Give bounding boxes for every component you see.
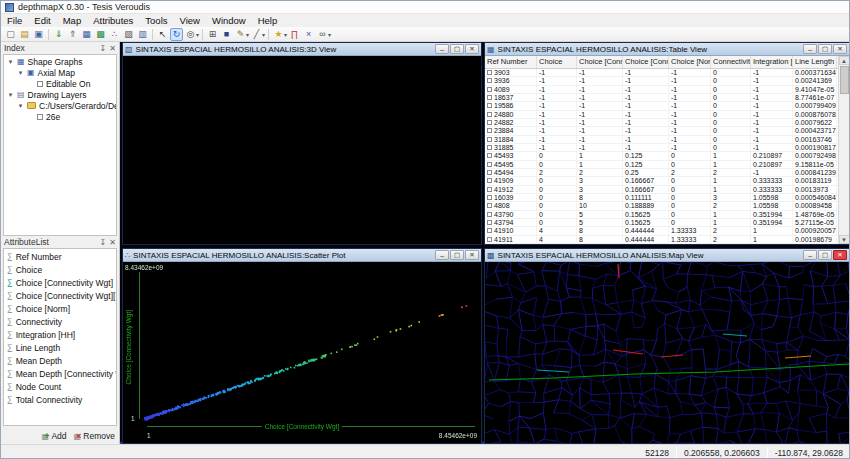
table-view-titlebar[interactable]: ▦ SINTAXIS ESPACIAL HERMOSILLO ANALISIS:…	[485, 43, 849, 56]
row-checkbox[interactable]	[487, 70, 492, 75]
table-row[interactable]: 31885-1-1-1-10-10.000190817	[485, 144, 838, 152]
menu-help[interactable]: Help	[252, 14, 284, 27]
scrollbar-thumb[interactable]	[840, 66, 849, 94]
table-row[interactable]: 41910480.4444441.33333210.000920057	[485, 227, 838, 235]
fill-icon[interactable]: ■	[220, 28, 233, 41]
restore-button[interactable]: ▢	[818, 44, 832, 54]
restore-button[interactable]: ▢	[450, 44, 464, 54]
checkbox[interactable]	[37, 114, 43, 120]
close-button[interactable]: ✕	[465, 250, 479, 260]
row-checkbox[interactable]	[487, 78, 492, 83]
row-checkbox[interactable]	[487, 203, 492, 208]
scroll-up-icon[interactable]: ▲	[839, 56, 850, 65]
table-row[interactable]: 19586-1-1-1-10-10.000799409	[485, 102, 838, 110]
row-checkbox[interactable]	[487, 95, 492, 100]
close-button[interactable]: ✕	[465, 44, 479, 54]
row-checkbox[interactable]	[487, 87, 492, 92]
map-view-icon[interactable]: ▩	[94, 28, 107, 41]
table-row[interactable]: 31884-1-1-1-10-10.00163746	[485, 136, 838, 144]
column-header-connectivity[interactable]: Connectivity	[711, 56, 751, 68]
tree-item-c-users-gerardo-desktop-cart-[interactable]: ▾C:/Users/Gerardo/Desktop/CART...	[4, 100, 116, 111]
line-tools-icon-dropdown[interactable]: ▾	[262, 31, 265, 38]
column-header-line-length[interactable]: Line Length	[793, 56, 837, 68]
restore-button[interactable]: ▢	[450, 250, 464, 260]
attribute-item-node-count[interactable]: ∑Node Count	[4, 380, 116, 393]
menu-window[interactable]: Window	[206, 14, 252, 27]
table-row[interactable]: 18637-1-1-1-10-18.77461e-07	[485, 94, 838, 102]
table-scrollbar[interactable]: ▲ ▼	[838, 56, 849, 244]
save-icon[interactable]: ▣	[32, 28, 45, 41]
table-row[interactable]: 3903-1-1-1-10-10.000371634	[485, 69, 838, 77]
expander-icon[interactable]: ▾	[17, 69, 24, 77]
remove-attribute-button[interactable]: ▦× Remove	[74, 431, 115, 441]
attribute-item-total-connectivity[interactable]: ∑Total Connectivity	[4, 393, 116, 406]
map-canvas[interactable]	[485, 262, 849, 443]
menu-view[interactable]: View	[174, 14, 206, 27]
pin-icon[interactable]: ↧	[100, 44, 107, 53]
minimize-button[interactable]: ‒	[803, 44, 817, 54]
pin-icon[interactable]: ↧	[100, 238, 107, 247]
table-row[interactable]: 41909030.166667010.3333330.00183119	[485, 177, 838, 185]
table-row[interactable]: 43794050.15625010.3519945.27115e-05	[485, 219, 838, 227]
column-header-choice-connecti[interactable]: Choice [Connecti	[577, 56, 623, 68]
scatter-view-icon[interactable]: ∴	[108, 28, 121, 41]
table-row[interactable]: 16039080.111111031.055980.000546084	[485, 194, 838, 202]
restore-button[interactable]: ▢	[818, 250, 832, 260]
column-header-choice-norm-[interactable]: Choice [Norm]	[669, 56, 711, 68]
attribute-item-mean-depth[interactable]: ∑Mean Depth	[4, 354, 116, 367]
table-row[interactable]: 45495010.125010.2108979.15811e-05	[485, 161, 838, 169]
expander-icon[interactable]: ▾	[17, 102, 24, 110]
row-checkbox[interactable]	[487, 162, 492, 167]
expander-icon[interactable]: ▾	[7, 58, 14, 66]
table-row[interactable]: 41912030.166667010.3333330.0013973	[485, 186, 838, 194]
row-checkbox[interactable]	[487, 195, 492, 200]
row-checkbox[interactable]	[487, 103, 492, 108]
minimize-button[interactable]: ‒	[435, 44, 449, 54]
map-titlebar[interactable]: ▩ SINTAXIS ESPACIAL HERMOSILLO ANALISIS:…	[485, 249, 849, 262]
tree-item-editable-on[interactable]: Editable On	[4, 78, 116, 89]
table-view-icon[interactable]: ▦	[80, 28, 93, 41]
row-checkbox[interactable]	[487, 137, 492, 142]
link-icon-dropdown[interactable]: ▾	[328, 31, 331, 38]
column-header-integration-hh-[interactable]: Integration [HH]	[751, 56, 793, 68]
column-header-ref-number[interactable]: Ref Number	[485, 56, 537, 68]
tree-item-shape-graphs[interactable]: ▾▦Shape Graphs	[4, 56, 116, 67]
scatter-plot-canvas[interactable]	[123, 262, 481, 443]
tree-item-drawing-layers[interactable]: ▾▤Drawing Layers	[4, 89, 116, 100]
isovist-icon[interactable]: ∏	[288, 28, 301, 41]
close-button[interactable]: ✕	[833, 44, 847, 54]
row-checkbox[interactable]	[487, 120, 492, 125]
row-checkbox[interactable]	[487, 237, 492, 242]
add-attribute-button[interactable]: ▦+ Add	[42, 431, 67, 441]
attribute-item-mean-depth-connectivity-wgt-[interactable]: ∑Mean Depth [Connectivity Wgt]	[4, 367, 116, 380]
table-row[interactable]: 43790050.15625010.3519941.48769e-05	[485, 211, 838, 219]
row-checkbox[interactable]	[487, 145, 492, 150]
row-checkbox[interactable]	[487, 128, 492, 133]
open-file-icon[interactable]: ▤	[18, 28, 31, 41]
table-row[interactable]: 45494220.2522-10.000841239	[485, 169, 838, 177]
recenter-view-icon[interactable]: ↻	[170, 28, 183, 41]
table-row[interactable]: 3936-1-1-1-10-10.00241369	[485, 77, 838, 85]
expander-icon[interactable]: ▾	[7, 91, 14, 99]
tile-windows-icon[interactable]: ▥	[136, 28, 149, 41]
attribute-item-connectivity[interactable]: ∑Connectivity	[4, 315, 116, 328]
attribute-item-choice-norm-[interactable]: ∑Choice [Norm]	[4, 302, 116, 315]
scroll-down-icon[interactable]: ▼	[839, 235, 850, 244]
attribute-star-icon-dropdown[interactable]: ▾	[284, 31, 287, 38]
3d-view-canvas[interactable]	[123, 56, 481, 244]
tree-item-axial-map[interactable]: ▾▣Axial Map	[4, 67, 116, 78]
table-row[interactable]: 24882-1-1-1-10-10.00079622	[485, 119, 838, 127]
row-checkbox[interactable]	[487, 187, 492, 192]
menu-map[interactable]: Map	[57, 14, 87, 27]
attribute-item-integration-hh-[interactable]: ∑Integration [HH]	[4, 328, 116, 341]
scatter-titlebar[interactable]: ∴ SINTAXIS ESPACIAL HERMOSILLO ANALISIS:…	[123, 249, 481, 262]
menu-file[interactable]: File	[1, 14, 28, 27]
3d-view-titlebar[interactable]: ▧ SINTAXIS ESPACIAL HERMOSILLO ANALISIS:…	[123, 43, 481, 56]
pencil-icon-dropdown[interactable]: ▾	[246, 31, 249, 38]
attribute-item-choice-connectivity-wgt-norm-[interactable]: ∑Choice [Connectivity Wgt][Norm]	[4, 289, 116, 302]
row-checkbox[interactable]	[487, 212, 492, 217]
attribute-item-choice[interactable]: ∑Choice	[4, 263, 116, 276]
new-file-icon[interactable]: ▢	[4, 28, 17, 41]
row-checkbox[interactable]	[487, 178, 492, 183]
column-header-choice-connect[interactable]: Choice [Connect	[623, 56, 669, 68]
